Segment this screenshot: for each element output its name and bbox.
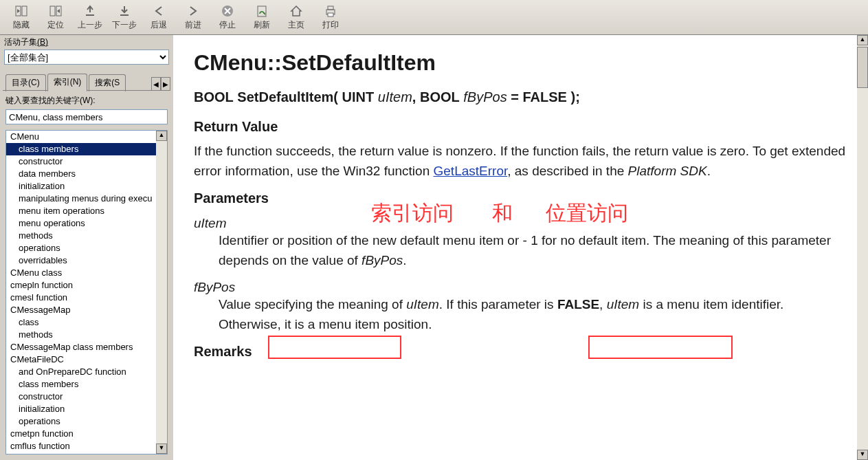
subset-select[interactable]: [全部集合]: [4, 50, 169, 65]
subset-label: 活动子集(B): [4, 37, 48, 47]
index-item[interactable]: class members: [6, 143, 167, 155]
content-scroll-up[interactable]: ▲: [857, 35, 868, 45]
toolbar-label: 停止: [219, 19, 236, 31]
param-fbypos-name: fByPos: [194, 280, 849, 295]
index-scrollbar[interactable]: ▲ ▼: [156, 131, 167, 454]
toolbar-label: 定位: [47, 19, 64, 31]
toolbar-label: 后退: [151, 19, 167, 31]
toolbar-refresh-button[interactable]: 刷新: [245, 1, 279, 33]
index-item[interactable]: class members: [6, 378, 167, 391]
index-item[interactable]: operations: [6, 415, 167, 428]
param-uitem-desc: Identifier or position of the new defaul…: [219, 231, 849, 270]
index-item[interactable]: CMenu: [6, 131, 167, 143]
content-scroll-down[interactable]: ▼: [857, 450, 868, 460]
toolbar-label: 隐藏: [13, 19, 30, 31]
link-getlasterror[interactable]: GetLastError: [434, 164, 508, 178]
index-item[interactable]: class: [6, 316, 167, 329]
heading-return-value: Return Value: [194, 119, 849, 135]
tab-scroll-left[interactable]: ◀: [151, 77, 161, 91]
toolbar-print-button[interactable]: 打印: [313, 1, 348, 33]
index-item[interactable]: methods: [6, 329, 167, 341]
content-pane: CMenu::SetDefaultItem BOOL SetDefaultIte…: [175, 35, 868, 460]
index-item[interactable]: cmflus function: [6, 440, 167, 452]
index-item[interactable]: cmetpn function: [6, 428, 167, 440]
home-icon: [289, 4, 303, 18]
heading-remarks: Remarks: [194, 344, 849, 360]
content-scroll-thumb[interactable]: [857, 47, 868, 88]
toolbar-label: 下一步: [112, 19, 137, 31]
signature: BOOL SetDefaultItem( UINT uItem, BOOL fB…: [194, 89, 849, 105]
tab-scroll-right[interactable]: ▶: [161, 77, 170, 91]
index-item[interactable]: data members: [6, 168, 167, 180]
main-split: 活动子集(B) [全部集合] 目录(C) 索引(N) 搜索(S ◀ ▶ 键入要查…: [0, 35, 868, 460]
index-item[interactable]: cmesl function: [6, 292, 167, 304]
search-label: 键入要查找的关键字(W):: [5, 95, 168, 107]
toolbar-label: 前进: [185, 19, 201, 31]
index-item[interactable]: initialization: [6, 403, 167, 415]
toolbar-home-button[interactable]: 主页: [279, 1, 313, 33]
tab-contents[interactable]: 目录(C): [5, 74, 46, 91]
stop-icon: [221, 4, 234, 18]
index-item[interactable]: initialization: [6, 180, 167, 193]
scroll-up-btn[interactable]: ▲: [156, 131, 167, 141]
svg-rect-1: [22, 6, 27, 16]
content-scrollbar[interactable]: ▲ ▼: [857, 35, 868, 460]
back-icon: [152, 4, 166, 18]
tab-search[interactable]: 搜索(S: [89, 74, 126, 91]
toolbar-label: 打印: [322, 19, 339, 31]
toolbar-locate-button[interactable]: 定位: [38, 1, 73, 33]
svg-rect-10: [328, 13, 333, 17]
index-item[interactable]: and OnPrepareDC function: [6, 366, 167, 378]
index-item[interactable]: constructor: [6, 155, 167, 168]
page-title: CMenu::SetDefaultItem: [194, 50, 849, 76]
index-item[interactable]: CMGetInfo: [6, 452, 167, 454]
index-item[interactable]: CMenu class: [6, 267, 167, 279]
toolbar-back-button[interactable]: 后退: [142, 1, 176, 33]
index-item[interactable]: constructor: [6, 391, 167, 403]
toolbar-next-button[interactable]: 下一步: [107, 1, 142, 33]
document: CMenu::SetDefaultItem BOOL SetDefaultIte…: [175, 35, 868, 379]
index-item[interactable]: CMetaFileDC: [6, 353, 167, 366]
tab-row: 目录(C) 索引(N) 搜索(S ◀ ▶: [0, 65, 173, 91]
prev-icon: [83, 4, 97, 18]
index-item[interactable]: operations: [6, 242, 167, 254]
forward-icon: [186, 4, 200, 18]
index-item[interactable]: menu operations: [6, 217, 167, 230]
svg-rect-9: [328, 6, 333, 10]
return-value-text: If the function succeeds, the return val…: [194, 142, 849, 181]
index-item[interactable]: overridables: [6, 254, 167, 267]
heading-parameters: Parameters: [194, 190, 849, 206]
index-item[interactable]: menu item operations: [6, 205, 167, 217]
toolbar-hide-button[interactable]: 隐藏: [4, 1, 38, 33]
toolbar-forward-button[interactable]: 前进: [176, 1, 210, 33]
print-icon: [324, 4, 337, 18]
scroll-down-btn[interactable]: ▼: [156, 443, 167, 454]
hide-icon: [14, 4, 28, 18]
param-fbypos-desc: Value specifying the meaning of uItem. I…: [219, 295, 849, 334]
toolbar-stop-button[interactable]: 停止: [210, 1, 245, 33]
index-item[interactable]: CMessageMap: [6, 304, 167, 316]
param-uitem-name: uItem: [194, 216, 849, 231]
index-list[interactable]: CMenuclass membersconstructordata member…: [5, 130, 168, 454]
search-area: 键入要查找的关键字(W):: [0, 91, 173, 127]
toolbar: 隐藏定位上一步下一步后退前进停止刷新主页打印: [0, 0, 868, 35]
next-icon: [118, 4, 131, 18]
subset-row: 活动子集(B) [全部集合]: [0, 35, 173, 65]
locate-icon: [49, 4, 63, 18]
refresh-icon: [255, 4, 269, 18]
index-item[interactable]: cmepln function: [6, 279, 167, 292]
toolbar-prev-button[interactable]: 上一步: [73, 1, 107, 33]
svg-rect-2: [50, 6, 55, 16]
nav-pane: 活动子集(B) [全部集合] 目录(C) 索引(N) 搜索(S ◀ ▶ 键入要查…: [0, 35, 175, 460]
index-item[interactable]: methods: [6, 230, 167, 242]
tab-index[interactable]: 索引(N): [47, 74, 88, 91]
toolbar-label: 主页: [288, 19, 304, 31]
toolbar-label: 上一步: [78, 19, 102, 31]
search-input[interactable]: [5, 109, 168, 124]
index-item[interactable]: CMessageMap class members: [6, 341, 167, 353]
toolbar-label: 刷新: [254, 19, 270, 31]
index-item[interactable]: manipulating menus during execu: [6, 193, 167, 205]
